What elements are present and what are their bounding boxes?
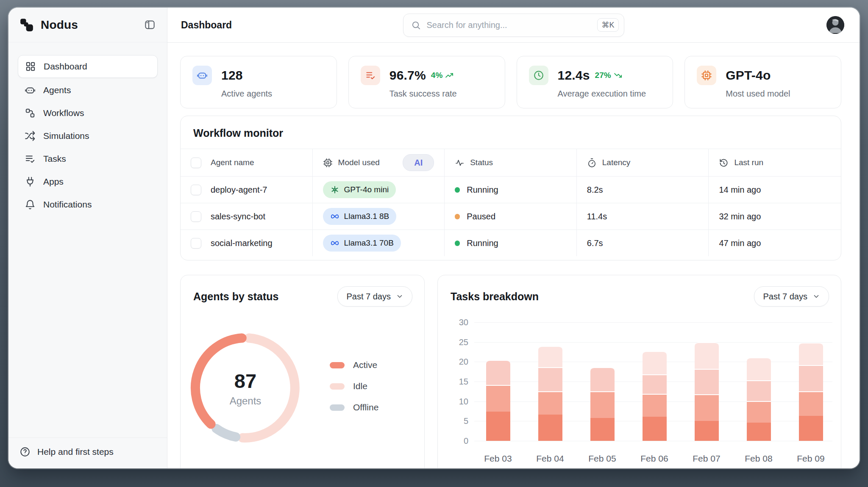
y-axis-tick: 20: [442, 357, 468, 367]
sidebar-item-label: Tasks: [43, 154, 66, 164]
sidebar-collapse-icon[interactable]: [143, 19, 156, 31]
stopwatch-icon: [587, 158, 597, 168]
bar-segment: [538, 367, 562, 391]
bar-segment: [643, 374, 667, 394]
bar-segment: [695, 369, 719, 394]
bar-segment: [695, 394, 719, 421]
help-link-label: Help and first steps: [37, 447, 114, 457]
agents-status-donut-chart: [182, 324, 309, 451]
sidebar-item-notifications[interactable]: Notifications: [18, 194, 158, 215]
stat-value: 96.7%: [389, 68, 426, 83]
model-badge-llama-70b: Llama3.1 70B: [323, 235, 401, 252]
column-status: Status: [445, 149, 577, 176]
bar-segment: [643, 351, 667, 374]
bar-feb-07: [695, 342, 719, 441]
legend-label: Idle: [353, 381, 367, 391]
help-link[interactable]: Help and first steps: [19, 446, 156, 457]
legend-item-offline: Offline: [330, 402, 378, 412]
openai-logo-icon: [330, 185, 339, 194]
row-checkbox[interactable]: [191, 211, 201, 222]
sidebar-nav: Dashboard Agents Workflows: [8, 42, 167, 219]
table-row[interactable]: social-marketing Llama3.1 70B Running 6.…: [181, 230, 841, 256]
bar-segment: [747, 401, 771, 423]
bar-segment: [799, 365, 823, 392]
list-check-icon: [25, 153, 36, 164]
cpu-icon: [323, 158, 333, 168]
sidebar-item-agents[interactable]: Agents: [18, 80, 158, 101]
table-row[interactable]: deploy-agent-7: [181, 176, 841, 203]
y-axis-tick: 10: [442, 396, 468, 406]
status-dot: [455, 241, 460, 246]
legend-item-active: Active: [330, 360, 378, 370]
meta-logo-icon: [330, 238, 339, 248]
dashboard-content: 128 Active agents: [167, 43, 860, 468]
nodus-logo-icon: [19, 18, 34, 32]
bar-feb-09: [799, 343, 823, 441]
select-all-checkbox[interactable]: [191, 158, 201, 168]
bar-segment: [643, 394, 667, 417]
chevron-down-icon: [396, 293, 403, 300]
tasks-breakdown-panel: Tasks breakdown Past 7 days 051015202530…: [437, 275, 841, 468]
avatar-photo: [826, 16, 844, 34]
y-axis-tick: 15: [442, 377, 468, 387]
bar-segment: [799, 343, 823, 365]
bar-segment: [590, 391, 615, 418]
sidebar-item-dashboard[interactable]: Dashboard: [18, 55, 158, 78]
agents-range-select[interactable]: Past 7 days: [337, 286, 412, 307]
donut-legend: ActiveIdleOffline: [330, 360, 378, 412]
stat-card-most-used-model: GPT-4o Most used model: [684, 56, 841, 108]
legend-swatch: [330, 362, 345, 368]
gridline: [474, 342, 832, 343]
y-axis-tick: 30: [442, 318, 468, 327]
table-header: Agent name Model used AI: [181, 149, 841, 176]
row-checkbox[interactable]: [191, 185, 201, 195]
agents-by-status-title: Agents by status: [193, 291, 278, 303]
bar-feb-08: [747, 357, 771, 441]
bar-segment: [695, 342, 719, 369]
bar-feb-04: [538, 346, 562, 441]
sidebar-item-label: Notifications: [43, 199, 92, 210]
sidebar-item-label: Simulations: [43, 131, 89, 141]
search-icon: [411, 20, 421, 30]
sidebar-item-apps[interactable]: Apps: [18, 171, 158, 192]
bar-feb-05: [590, 367, 615, 441]
activity-icon: [455, 158, 465, 168]
bar-segment: [695, 421, 719, 441]
stat-label: Average execution time: [558, 89, 646, 99]
sidebar-item-workflows[interactable]: Workflows: [18, 102, 158, 124]
table-row[interactable]: sales-sync-bot Llama3.1 8B Paused 11.4s: [181, 203, 841, 230]
model-badge-gpt4o-mini: GPT-4o mini: [323, 181, 396, 198]
search-input[interactable]: Search for anything... ⌘K: [403, 14, 624, 37]
bar-segment: [747, 380, 771, 401]
legend-label: Offline: [353, 402, 378, 412]
workflow-monitor-title: Workflow monitor: [193, 127, 283, 139]
stat-card-active-agents: 128 Active agents: [180, 56, 337, 108]
status-dot: [455, 187, 460, 193]
legend-swatch: [330, 404, 345, 411]
desktop-frame: Nodus Dashboard: [0, 0, 868, 487]
stat-card-success-rate: 96.7% 4% Task success rate: [348, 56, 505, 108]
trend-up-badge: 4%: [431, 71, 454, 80]
workflow-monitor-panel: Workflow monitor Agent name Mode: [180, 116, 841, 260]
bar-feb-06: [643, 351, 667, 441]
page-title: Dashboard: [181, 19, 232, 31]
sidebar-footer: Help and first steps: [8, 437, 167, 468]
avatar[interactable]: [826, 16, 844, 34]
row-checkbox[interactable]: [191, 238, 201, 249]
bot-icon: [192, 66, 212, 85]
sidebar-item-simulations[interactable]: Simulations: [18, 125, 158, 147]
sidebar-item-tasks[interactable]: Tasks: [18, 148, 158, 169]
sidebar-item-label: Dashboard: [44, 61, 87, 72]
bar-segment: [643, 417, 667, 441]
x-axis-label: Feb 09: [785, 454, 836, 464]
bar-segment: [538, 346, 562, 367]
sidebar: Nodus Dashboard: [8, 8, 167, 468]
stat-label: Active agents: [221, 89, 272, 99]
stat-label: Most used model: [726, 89, 790, 99]
y-axis-tick: 5: [442, 416, 468, 426]
bar-segment: [799, 416, 823, 441]
stat-value: 12.4s: [558, 68, 590, 83]
gridline: [474, 441, 832, 441]
y-axis-tick: 0: [442, 436, 468, 446]
shuffle-icon: [25, 130, 36, 141]
